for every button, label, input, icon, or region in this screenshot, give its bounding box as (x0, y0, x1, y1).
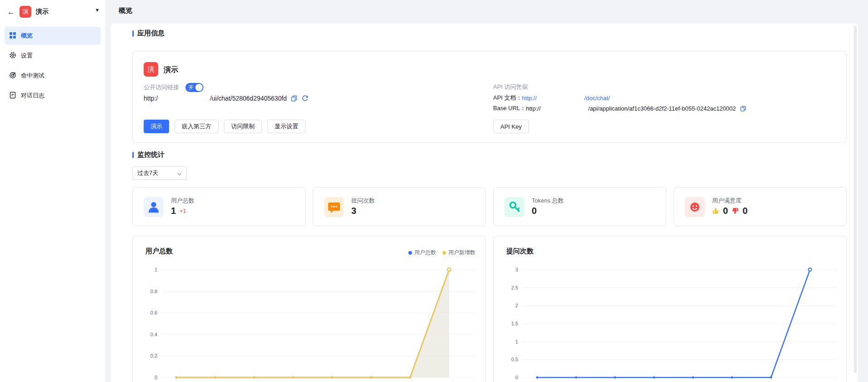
svg-text:1: 1 (155, 267, 157, 272)
chart-legend: 用户总数 用户新增数 (408, 249, 475, 256)
stat-delta: +1 (179, 208, 186, 214)
display-settings-button[interactable]: 显示设置 (267, 120, 305, 133)
app-name: 演示 (164, 65, 178, 75)
legend-dot (408, 251, 412, 255)
grid-icon (9, 32, 16, 40)
chart-title: 用户总数 (145, 247, 173, 256)
stat-card-users: 用户总数 1 +1 (132, 187, 305, 226)
app-logo: 演 (144, 62, 158, 77)
stat-label: 用户总数 (171, 197, 194, 205)
sidebar: ← 演 演示 ▼ 概览 设置 命中测试 对话日志 (0, 0, 105, 382)
stat-card-satisfaction: 用户满意度 0 0 (674, 187, 847, 226)
key-icon (504, 197, 524, 217)
legend-item[interactable]: 用户新增数 (442, 249, 475, 256)
copy-icon[interactable] (740, 105, 747, 112)
sidebar-item-label: 概览 (21, 32, 33, 40)
toggle-knob (195, 84, 203, 91)
svg-text:2: 2 (515, 303, 518, 308)
demo-button[interactable]: 演示 (144, 120, 169, 133)
section-app-info: 应用信息 (132, 29, 165, 38)
page-title: 概览 (119, 6, 132, 15)
stat-card-tokens: Tokens 总数 0 (493, 187, 666, 226)
chevron-down-icon (177, 170, 182, 177)
scrollbar-thumb[interactable] (854, 26, 857, 373)
stat-label: 提问次数 (351, 197, 375, 205)
app-title: 演示 (36, 8, 48, 16)
chart-title: 提问次数 (506, 247, 533, 256)
api-doc-link-path[interactable]: /doc/chat/ (584, 95, 610, 102)
api-doc-link-prefix[interactable]: http:// (522, 95, 537, 102)
sidebar-item-label: 对话日志 (21, 92, 44, 100)
svg-text:3: 3 (515, 267, 518, 272)
target-icon (9, 72, 16, 80)
questions-line-chart: 32.521.510.50 (498, 264, 843, 382)
legend-label: 用户总数 (414, 249, 436, 256)
svg-text:1: 1 (515, 339, 518, 344)
svg-text:0.8: 0.8 (150, 289, 157, 294)
sidebar-item-label: 设置 (21, 52, 33, 60)
stat-label: Tokens 总数 (532, 197, 564, 205)
api-doc-label: API 文档： (493, 94, 522, 102)
sidebar-item-hit-test[interactable]: 命中测试 (5, 67, 101, 85)
api-key-button[interactable]: API Key (493, 120, 529, 133)
svg-text:0.5: 0.5 (511, 357, 518, 362)
sidebar-header: ← 演 演示 ▼ (0, 0, 105, 22)
svg-text:0: 0 (515, 375, 518, 380)
chevron-down-icon[interactable]: ▼ (95, 7, 100, 13)
chart-card-questions: 提问次数 32.521.510.50 (493, 236, 847, 382)
app-info-card: 演 演示 公开访问链接 开 http:/ /ui/chat/52806d2940… (132, 51, 847, 143)
sidebar-item-label: 命中测试 (21, 72, 44, 80)
document-icon (9, 92, 16, 100)
refresh-icon[interactable] (301, 95, 309, 102)
chat-bubble-icon (324, 197, 344, 217)
public-link-label: 公开访问链接 (144, 83, 179, 92)
base-url-path: /api/application/af1c3066-d2f2-11ef-b055… (588, 105, 736, 112)
section-title: 应用信息 (137, 29, 165, 38)
section-accent-bar (132, 30, 134, 37)
access-limit-button[interactable]: 访问限制 (224, 120, 262, 133)
thumb-up-icon (712, 208, 719, 215)
legend-item[interactable]: 用户总数 (408, 249, 436, 256)
time-range-select[interactable]: 过去7天 (132, 166, 187, 180)
svg-text:2.5: 2.5 (511, 285, 518, 290)
public-link-toggle[interactable]: 开 (185, 83, 204, 92)
section-monitor: 监控统计 (132, 150, 165, 159)
sidebar-menu: 概览 设置 命中测试 对话日志 (5, 27, 101, 105)
toggle-state-label: 开 (189, 84, 194, 91)
thumb-down-icon (732, 208, 739, 215)
api-credentials-title: API 访问凭据 (493, 83, 528, 91)
base-url-label: Base URL： (493, 104, 526, 112)
public-url-path: /ui/chat/52806d29405630fd (210, 95, 287, 102)
stat-label: 用户满意度 (712, 197, 742, 205)
svg-text:0: 0 (155, 375, 157, 380)
legend-dot (442, 251, 446, 255)
svg-text:0.6: 0.6 (150, 310, 157, 315)
stat-card-questions: 提问次数 3 (313, 187, 486, 226)
time-range-value: 过去7天 (137, 169, 158, 177)
legend-label: 用户新增数 (448, 249, 475, 256)
smiley-icon (685, 197, 705, 217)
gear-icon (9, 52, 16, 60)
user-icon (144, 197, 164, 217)
users-line-chart: 10.80.60.40.20 (137, 264, 482, 382)
svg-text:0.2: 0.2 (150, 353, 157, 358)
svg-text:1.5: 1.5 (511, 321, 518, 326)
base-url-prefix: http:// (526, 105, 541, 112)
section-title: 监控统计 (137, 150, 165, 159)
embed-third-party-button[interactable]: 嵌入第三方 (175, 120, 218, 133)
main-panel: 应用信息 演 演示 公开访问链接 开 http:/ /ui/chat/52806… (111, 24, 858, 382)
back-arrow-icon[interactable]: ← (7, 8, 15, 16)
stat-value: 0 (532, 206, 537, 216)
app-logo: 演 (19, 6, 31, 18)
chart-card-users: 用户总数 用户总数 用户新增数 10.80.60.40.20 (132, 236, 486, 382)
copy-icon[interactable] (291, 95, 298, 102)
sidebar-item-overview[interactable]: 概览 (5, 27, 101, 45)
stat-value: 1 +1 (171, 206, 186, 216)
public-url-prefix: http:/ (144, 95, 158, 102)
sidebar-item-settings[interactable]: 设置 (5, 47, 101, 65)
stat-value: 3 (351, 206, 356, 216)
section-accent-bar (132, 152, 134, 158)
sidebar-item-chat-logs[interactable]: 对话日志 (5, 87, 101, 105)
stat-value: 0 0 (712, 206, 747, 216)
svg-text:0.4: 0.4 (150, 332, 157, 337)
